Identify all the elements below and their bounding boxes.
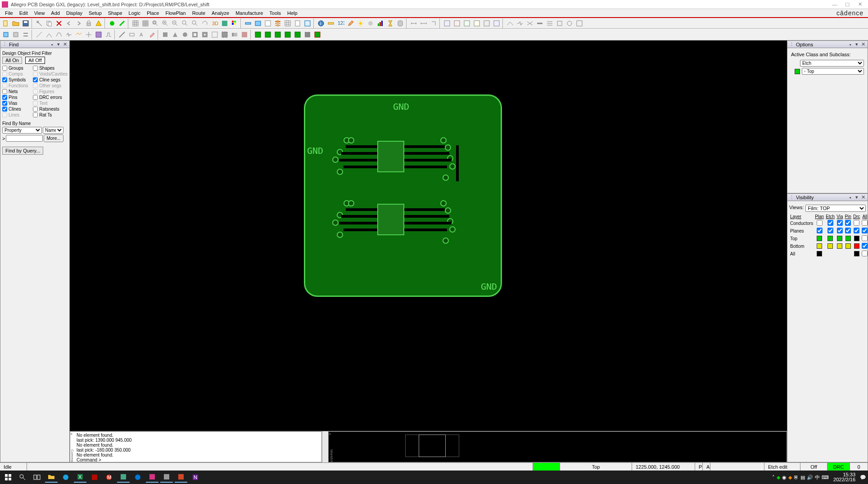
hourglass-icon[interactable]: [385, 18, 395, 28]
filter-checkbox[interactable]: [33, 77, 38, 82]
filter-checkbox[interactable]: [33, 107, 38, 112]
filter-checkbox[interactable]: [2, 66, 7, 71]
menu-help[interactable]: Help: [284, 10, 301, 16]
shape-rect-icon[interactable]: [160, 30, 170, 40]
green1-icon[interactable]: [253, 30, 263, 40]
new-icon[interactable]: [1, 18, 11, 28]
tray-ime-icon[interactable]: 中: [815, 474, 820, 481]
rt8-icon[interactable]: [574, 18, 584, 28]
menu-flowplan[interactable]: FlowPlan: [162, 10, 189, 16]
clock[interactable]: 15:33 2022/2/16: [831, 472, 858, 482]
all-off-button[interactable]: All Off: [25, 57, 45, 64]
app-m-icon[interactable]: M: [103, 472, 115, 483]
col-all[interactable]: All: [861, 214, 868, 220]
delay-icon[interactable]: [64, 30, 74, 40]
panel-close-icon[interactable]: ✕: [860, 195, 866, 200]
menu-file[interactable]: File: [2, 10, 16, 16]
zoom-in-icon[interactable]: [160, 18, 170, 28]
explorer-icon[interactable]: [45, 472, 58, 483]
filter-checkbox[interactable]: [2, 107, 7, 112]
text-icon[interactable]: A: [137, 30, 147, 40]
find-input[interactable]: [6, 135, 43, 142]
layer-color[interactable]: [817, 251, 822, 256]
eraser-icon[interactable]: [147, 30, 157, 40]
all-on-button[interactable]: All On: [2, 57, 22, 64]
rt7-icon[interactable]: [565, 18, 574, 28]
name-select[interactable]: Name: [43, 127, 63, 134]
info-icon[interactable]: i: [316, 18, 326, 28]
log-scrollbar[interactable]: [322, 431, 328, 462]
col-etch[interactable]: Etch: [825, 214, 836, 220]
vertex-icon[interactable]: [44, 30, 54, 40]
menu-add[interactable]: Add: [48, 10, 63, 16]
chart-icon[interactable]: [375, 18, 385, 28]
zoom-out-icon[interactable]: [170, 18, 180, 28]
status-a[interactable]: A: [703, 463, 710, 471]
line2-icon[interactable]: [117, 30, 127, 40]
acrobat-icon[interactable]: [88, 472, 101, 483]
shape-circle-icon[interactable]: [180, 30, 190, 40]
custom-icon[interactable]: [74, 30, 84, 40]
status-layer[interactable]: Top: [560, 463, 632, 471]
minimize-button[interactable]: —: [828, 1, 841, 8]
col-layer[interactable]: Layer: [789, 214, 814, 220]
layer-color[interactable]: [845, 243, 851, 249]
filter-ratsnests[interactable]: Ratsnests: [33, 107, 68, 112]
zoom-sel-icon[interactable]: [190, 18, 200, 28]
stack-icon[interactable]: [273, 18, 283, 28]
dropdown-icon[interactable]: ▾: [56, 42, 61, 47]
moon-icon[interactable]: [366, 18, 375, 28]
pin-icon[interactable]: ▪: [848, 195, 853, 200]
filter-groups[interactable]: Groups: [2, 66, 29, 71]
tray-app2-icon[interactable]: ◆: [788, 475, 792, 480]
redo-icon[interactable]: [74, 18, 84, 28]
filter-pins[interactable]: Pins: [2, 95, 29, 100]
green5-icon[interactable]: [293, 30, 303, 40]
shape-sel-icon[interactable]: [220, 30, 230, 40]
subclass-select[interactable]: ▫ Top: [802, 68, 864, 75]
grip-icon[interactable]: ⋮: [789, 194, 794, 200]
dim3-icon[interactable]: [429, 18, 439, 28]
menu-place[interactable]: Place: [144, 10, 163, 16]
route-icon[interactable]: [104, 30, 113, 40]
cancel-icon[interactable]: [54, 18, 64, 28]
search-icon[interactable]: [16, 472, 29, 483]
dropdown-icon[interactable]: ▾: [854, 195, 859, 200]
warn-icon[interactable]: [94, 18, 104, 28]
grip-icon[interactable]: ⋮: [2, 41, 7, 47]
layer-color[interactable]: [827, 243, 833, 249]
col-pin[interactable]: Pin: [844, 214, 852, 220]
find-by-query-button[interactable]: Find by Query...: [2, 147, 43, 155]
line-icon[interactable]: [34, 30, 44, 40]
wv-close-icon[interactable]: ×: [329, 432, 334, 436]
log-close-icon[interactable]: ×: [70, 432, 76, 436]
filter-shapes[interactable]: Shapes: [33, 66, 68, 71]
filter-nets[interactable]: Nets: [2, 89, 29, 94]
start-icon[interactable]: [2, 472, 14, 483]
shape-poly-icon[interactable]: [170, 30, 180, 40]
shape-merge-icon[interactable]: [230, 30, 240, 40]
vis-check[interactable]: [862, 243, 868, 249]
vis-check[interactable]: [862, 220, 868, 226]
menu-shape[interactable]: Shape: [105, 10, 126, 16]
command-log[interactable]: × No element found. last pick: 1390.000 …: [70, 431, 322, 462]
vis-check[interactable]: [837, 220, 843, 226]
copy-icon[interactable]: [44, 18, 54, 28]
sun-icon[interactable]: [356, 18, 366, 28]
3d-icon[interactable]: 3D: [210, 18, 220, 28]
pin-icon[interactable]: ▪: [50, 42, 55, 47]
rt5-icon[interactable]: [545, 18, 555, 28]
123-icon[interactable]: 123: [336, 18, 346, 28]
tray-app-icon[interactable]: ◉: [782, 475, 787, 480]
vis-check[interactable]: [817, 220, 823, 226]
3d-color-icon[interactable]: [220, 18, 230, 28]
worldview-tab[interactable]: WorldVi: [330, 449, 334, 462]
rt6-icon[interactable]: [555, 18, 565, 28]
table-icon[interactable]: [283, 18, 293, 28]
green6-icon[interactable]: [312, 30, 322, 40]
zoom-fit-icon[interactable]: [150, 18, 160, 28]
vis-check[interactable]: [854, 220, 859, 226]
layer-color[interactable]: [837, 236, 842, 241]
layer-color[interactable]: [817, 236, 822, 241]
filter-checkbox[interactable]: [2, 77, 7, 82]
